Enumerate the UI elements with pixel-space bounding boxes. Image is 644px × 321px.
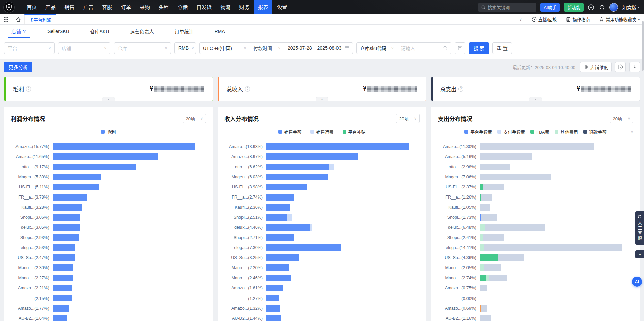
bar-track (53, 295, 206, 301)
sku-type-select[interactable]: 仓库sku代码 ∨ (357, 43, 397, 54)
card-collapse-handle[interactable]: ▲ (529, 97, 542, 101)
card-collapse-handle[interactable]: ▲ (102, 97, 115, 101)
timezone-select[interactable]: UTC +8(中国) ∨ (200, 43, 250, 54)
bar-row-10: elega...(2.53%) (11, 243, 206, 253)
app-logo[interactable] (3, 2, 15, 13)
subtab-1[interactable]: SellerSKU (47, 25, 69, 38)
bar-track (53, 224, 206, 231)
user-avatar[interactable] (609, 3, 618, 12)
search-button[interactable]: 搜 索 (469, 42, 489, 54)
nav-item-12[interactable]: 报表 (254, 0, 272, 14)
subtab-0[interactable]: 店铺 (11, 25, 27, 38)
more-analysis-button[interactable]: 更多分析 (4, 62, 32, 72)
sku-input[interactable]: 请输入 (397, 43, 451, 54)
chevron-down-icon: ∨ (414, 116, 417, 121)
download-center-icon[interactable] (588, 4, 594, 11)
nav-item-1[interactable]: 产品 (41, 0, 60, 14)
subtab-4[interactable]: 订单统计 (174, 25, 193, 38)
help-icon[interactable]: ? (245, 86, 250, 92)
warehouse-select[interactable]: 仓库 ∨ (114, 42, 171, 54)
ai-fab-button[interactable]: AI (632, 277, 642, 287)
bar-row-14: Amazo...(1.61%) (224, 283, 420, 293)
download-icon (632, 65, 637, 70)
global-search-input[interactable]: 搜索关键词 (478, 3, 536, 12)
card-collapse-handle[interactable]: ▲ (316, 97, 328, 101)
currency-select[interactable]: RMB ∨ (174, 42, 196, 54)
bar-track (53, 184, 206, 190)
version-menu[interactable]: 如意版 ▾ (622, 4, 639, 11)
legend-item-2[interactable]: FBA费 (530, 129, 549, 135)
bar-row-label: Shopi...(2.71%) (224, 235, 266, 240)
bar-row-label: US_Su...(4.36%) (438, 255, 480, 260)
help-icon[interactable]: ? (26, 86, 31, 92)
customer-service-tab[interactable]: 人工客服 (635, 211, 644, 245)
bar-row-11: US_Su...(2.47%) (11, 253, 206, 263)
legend-item-1[interactable]: 销售运费 (310, 129, 333, 135)
bar-segment (310, 224, 312, 231)
help-icon[interactable]: ? (458, 86, 463, 92)
legend-item-2[interactable]: 平台补贴 (343, 129, 366, 135)
subtab-2[interactable]: 仓库SKU (90, 25, 109, 38)
subtab-5[interactable]: RMA (214, 25, 225, 38)
export-button[interactable] (629, 62, 640, 72)
reset-button[interactable]: 重 置 (492, 42, 512, 54)
nav-item-10[interactable]: 物流 (216, 0, 235, 14)
legend-item-1[interactable]: 支付手续费 (497, 129, 525, 135)
new-feature-button[interactable]: 新功能 (564, 3, 584, 12)
nav-item-3[interactable]: 广告 (79, 0, 98, 14)
ai-assistant-button[interactable]: AI助手 (540, 3, 560, 12)
page-size-select[interactable]: 20项 ∨ (610, 114, 633, 123)
nav-item-0[interactable]: 首页 (22, 0, 41, 14)
legend-swatch (555, 130, 558, 134)
guide-link[interactable]: 操作指南 (561, 14, 594, 24)
live-replay-link[interactable]: 直播/回放 (527, 14, 561, 24)
store-select[interactable]: 店铺 ∨ (58, 42, 110, 54)
bar-track (480, 184, 633, 190)
platform-select[interactable]: 平台 ∨ (4, 42, 55, 54)
favorites-link[interactable]: 常用功能收藏夹 ▾ (594, 14, 644, 24)
bar-row-2: otto_...(9.17%) (11, 162, 206, 172)
legend-more-chevron-icon[interactable]: ∨ (631, 130, 633, 134)
page-size-select[interactable]: 20项 ∨ (183, 114, 206, 123)
collapse-panel-button[interactable]: » (635, 250, 644, 258)
apps-grid-icon[interactable] (0, 14, 12, 24)
nav-item-6[interactable]: 采购 (135, 0, 154, 14)
nav-item-8[interactable]: 仓储 (173, 0, 192, 14)
bar-row-label: delux...(3.05%) (11, 225, 53, 230)
batch-input-button[interactable] (455, 42, 465, 54)
nav-item-2[interactable]: 销售 (60, 0, 79, 14)
nav-item-5[interactable]: 订单 (117, 0, 135, 14)
legend-item-0[interactable]: 平台手续费 (464, 129, 492, 135)
top-nav: 首页产品销售广告客服订单采购头程仓储自发货物流财务报表设置 搜索关键词 AI助手… (0, 0, 644, 14)
workspace-tab-multi-platform-profit[interactable]: 多平台利润 (24, 14, 56, 24)
home-icon[interactable] (12, 14, 24, 24)
legend-item-0[interactable]: 毛利 (101, 129, 116, 135)
nav-item-7[interactable]: 头程 (154, 0, 173, 14)
filter-funnel-icon[interactable] (23, 29, 27, 33)
nav-item-9[interactable]: 自发货 (192, 0, 216, 14)
star-icon (599, 17, 604, 22)
scrollbar-thumb[interactable] (642, 21, 644, 71)
bar-row-3: Magen...(7.06%) (438, 172, 633, 182)
bar-row-label: delux...(6.48%) (438, 225, 480, 230)
headset-icon[interactable] (599, 4, 605, 11)
bar-row-7: Shopi...(2.51%) (224, 212, 420, 222)
dimension-switch-button[interactable]: 店铺维度 (580, 62, 612, 72)
tab-list-chevron-icon[interactable]: ∨ (515, 17, 527, 22)
nav-item-13[interactable]: 设置 (272, 0, 291, 14)
bar-segment (53, 214, 80, 221)
time-type-select[interactable]: 付款时间 ∨ (250, 43, 284, 54)
bar-segment (481, 305, 487, 312)
bar-row-6: Kaufl...(2.36%) (224, 202, 420, 212)
date-range-picker[interactable]: 2025-07-28 ~ 2025-08-03 (284, 43, 353, 54)
info-button[interactable] (615, 62, 626, 72)
page-size-select[interactable]: 20项 ∨ (396, 114, 420, 123)
legend-item-3[interactable]: 其他费用 (555, 129, 578, 135)
legend-item-0[interactable]: 销售金额 (278, 129, 301, 135)
nav-item-11[interactable]: 财务 (235, 0, 254, 14)
bar-track (266, 305, 420, 312)
subtab-3[interactable]: 运营负责人 (130, 25, 154, 38)
nav-item-4[interactable]: 客服 (98, 0, 117, 14)
bar-row-9: Shopi...(2.41%) (438, 233, 633, 243)
legend-item-4[interactable]: 退款金额 (583, 129, 607, 135)
